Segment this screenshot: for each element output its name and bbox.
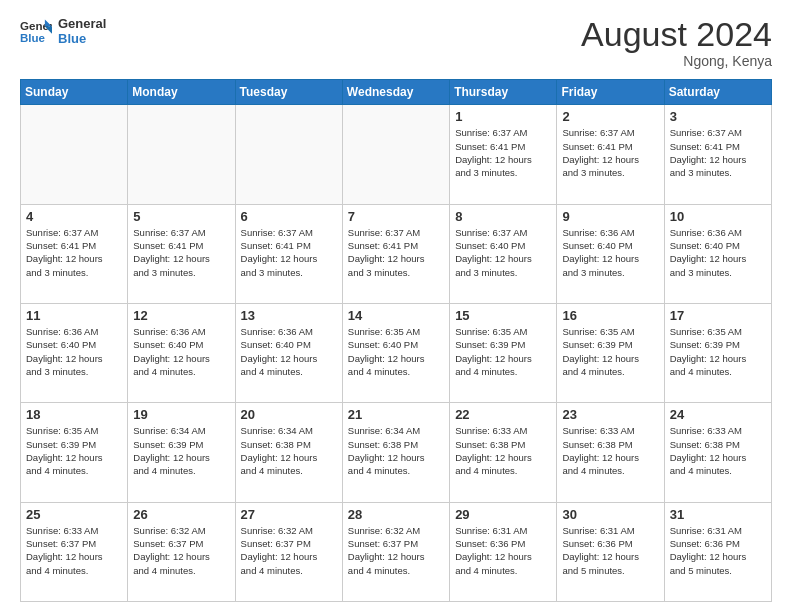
day-cell: 30Sunrise: 6:31 AM Sunset: 6:36 PM Dayli…: [557, 502, 664, 601]
day-cell: 4Sunrise: 6:37 AM Sunset: 6:41 PM Daylig…: [21, 204, 128, 303]
day-cell: [235, 105, 342, 204]
logo-icon: General Blue: [20, 17, 52, 45]
day-info: Sunrise: 6:35 AM Sunset: 6:39 PM Dayligh…: [562, 325, 658, 378]
day-number: 24: [670, 407, 766, 422]
day-info: Sunrise: 6:37 AM Sunset: 6:41 PM Dayligh…: [455, 126, 551, 179]
day-number: 5: [133, 209, 229, 224]
day-number: 22: [455, 407, 551, 422]
day-cell: 2Sunrise: 6:37 AM Sunset: 6:41 PM Daylig…: [557, 105, 664, 204]
col-header-monday: Monday: [128, 80, 235, 105]
day-info: Sunrise: 6:37 AM Sunset: 6:41 PM Dayligh…: [670, 126, 766, 179]
col-header-wednesday: Wednesday: [342, 80, 449, 105]
calendar-table: SundayMondayTuesdayWednesdayThursdayFrid…: [20, 79, 772, 602]
day-info: Sunrise: 6:33 AM Sunset: 6:37 PM Dayligh…: [26, 524, 122, 577]
logo-blue: Blue: [58, 31, 106, 46]
day-cell: [342, 105, 449, 204]
day-info: Sunrise: 6:37 AM Sunset: 6:41 PM Dayligh…: [562, 126, 658, 179]
day-cell: [128, 105, 235, 204]
day-number: 27: [241, 507, 337, 522]
day-info: Sunrise: 6:31 AM Sunset: 6:36 PM Dayligh…: [562, 524, 658, 577]
day-cell: 7Sunrise: 6:37 AM Sunset: 6:41 PM Daylig…: [342, 204, 449, 303]
col-header-friday: Friday: [557, 80, 664, 105]
day-info: Sunrise: 6:37 AM Sunset: 6:40 PM Dayligh…: [455, 226, 551, 279]
day-cell: 13Sunrise: 6:36 AM Sunset: 6:40 PM Dayli…: [235, 304, 342, 403]
day-cell: 20Sunrise: 6:34 AM Sunset: 6:38 PM Dayli…: [235, 403, 342, 502]
day-info: Sunrise: 6:36 AM Sunset: 6:40 PM Dayligh…: [670, 226, 766, 279]
day-number: 25: [26, 507, 122, 522]
header: General Blue General Blue August 2024 Ng…: [20, 16, 772, 69]
day-number: 3: [670, 109, 766, 124]
day-info: Sunrise: 6:31 AM Sunset: 6:36 PM Dayligh…: [455, 524, 551, 577]
day-info: Sunrise: 6:35 AM Sunset: 6:40 PM Dayligh…: [348, 325, 444, 378]
day-cell: 15Sunrise: 6:35 AM Sunset: 6:39 PM Dayli…: [450, 304, 557, 403]
day-info: Sunrise: 6:32 AM Sunset: 6:37 PM Dayligh…: [348, 524, 444, 577]
day-number: 12: [133, 308, 229, 323]
logo-general: General: [58, 16, 106, 31]
day-cell: 17Sunrise: 6:35 AM Sunset: 6:39 PM Dayli…: [664, 304, 771, 403]
col-header-thursday: Thursday: [450, 80, 557, 105]
week-row-3: 11Sunrise: 6:36 AM Sunset: 6:40 PM Dayli…: [21, 304, 772, 403]
week-row-1: 1Sunrise: 6:37 AM Sunset: 6:41 PM Daylig…: [21, 105, 772, 204]
day-number: 4: [26, 209, 122, 224]
day-info: Sunrise: 6:33 AM Sunset: 6:38 PM Dayligh…: [455, 424, 551, 477]
title-block: August 2024 Ngong, Kenya: [581, 16, 772, 69]
day-number: 30: [562, 507, 658, 522]
day-cell: 12Sunrise: 6:36 AM Sunset: 6:40 PM Dayli…: [128, 304, 235, 403]
day-info: Sunrise: 6:37 AM Sunset: 6:41 PM Dayligh…: [26, 226, 122, 279]
col-header-tuesday: Tuesday: [235, 80, 342, 105]
day-info: Sunrise: 6:35 AM Sunset: 6:39 PM Dayligh…: [455, 325, 551, 378]
day-cell: [21, 105, 128, 204]
col-header-saturday: Saturday: [664, 80, 771, 105]
day-number: 31: [670, 507, 766, 522]
day-cell: 6Sunrise: 6:37 AM Sunset: 6:41 PM Daylig…: [235, 204, 342, 303]
day-cell: 21Sunrise: 6:34 AM Sunset: 6:38 PM Dayli…: [342, 403, 449, 502]
day-number: 9: [562, 209, 658, 224]
day-cell: 1Sunrise: 6:37 AM Sunset: 6:41 PM Daylig…: [450, 105, 557, 204]
month-title: August 2024: [581, 16, 772, 53]
day-cell: 3Sunrise: 6:37 AM Sunset: 6:41 PM Daylig…: [664, 105, 771, 204]
day-info: Sunrise: 6:36 AM Sunset: 6:40 PM Dayligh…: [241, 325, 337, 378]
day-cell: 27Sunrise: 6:32 AM Sunset: 6:37 PM Dayli…: [235, 502, 342, 601]
day-info: Sunrise: 6:37 AM Sunset: 6:41 PM Dayligh…: [241, 226, 337, 279]
day-cell: 22Sunrise: 6:33 AM Sunset: 6:38 PM Dayli…: [450, 403, 557, 502]
day-number: 18: [26, 407, 122, 422]
day-info: Sunrise: 6:32 AM Sunset: 6:37 PM Dayligh…: [241, 524, 337, 577]
day-info: Sunrise: 6:36 AM Sunset: 6:40 PM Dayligh…: [562, 226, 658, 279]
day-number: 23: [562, 407, 658, 422]
day-cell: 29Sunrise: 6:31 AM Sunset: 6:36 PM Dayli…: [450, 502, 557, 601]
day-cell: 26Sunrise: 6:32 AM Sunset: 6:37 PM Dayli…: [128, 502, 235, 601]
day-number: 16: [562, 308, 658, 323]
day-number: 28: [348, 507, 444, 522]
day-cell: 23Sunrise: 6:33 AM Sunset: 6:38 PM Dayli…: [557, 403, 664, 502]
day-info: Sunrise: 6:37 AM Sunset: 6:41 PM Dayligh…: [348, 226, 444, 279]
day-cell: 28Sunrise: 6:32 AM Sunset: 6:37 PM Dayli…: [342, 502, 449, 601]
day-number: 20: [241, 407, 337, 422]
day-number: 1: [455, 109, 551, 124]
week-row-2: 4Sunrise: 6:37 AM Sunset: 6:41 PM Daylig…: [21, 204, 772, 303]
day-info: Sunrise: 6:35 AM Sunset: 6:39 PM Dayligh…: [670, 325, 766, 378]
day-number: 11: [26, 308, 122, 323]
day-cell: 24Sunrise: 6:33 AM Sunset: 6:38 PM Dayli…: [664, 403, 771, 502]
day-info: Sunrise: 6:36 AM Sunset: 6:40 PM Dayligh…: [133, 325, 229, 378]
day-info: Sunrise: 6:31 AM Sunset: 6:36 PM Dayligh…: [670, 524, 766, 577]
day-cell: 14Sunrise: 6:35 AM Sunset: 6:40 PM Dayli…: [342, 304, 449, 403]
day-cell: 19Sunrise: 6:34 AM Sunset: 6:39 PM Dayli…: [128, 403, 235, 502]
day-info: Sunrise: 6:37 AM Sunset: 6:41 PM Dayligh…: [133, 226, 229, 279]
day-number: 26: [133, 507, 229, 522]
location: Ngong, Kenya: [581, 53, 772, 69]
col-header-sunday: Sunday: [21, 80, 128, 105]
day-number: 13: [241, 308, 337, 323]
day-info: Sunrise: 6:35 AM Sunset: 6:39 PM Dayligh…: [26, 424, 122, 477]
day-cell: 8Sunrise: 6:37 AM Sunset: 6:40 PM Daylig…: [450, 204, 557, 303]
day-info: Sunrise: 6:34 AM Sunset: 6:38 PM Dayligh…: [348, 424, 444, 477]
day-cell: 18Sunrise: 6:35 AM Sunset: 6:39 PM Dayli…: [21, 403, 128, 502]
day-cell: 11Sunrise: 6:36 AM Sunset: 6:40 PM Dayli…: [21, 304, 128, 403]
day-number: 19: [133, 407, 229, 422]
day-number: 8: [455, 209, 551, 224]
svg-text:Blue: Blue: [20, 32, 46, 44]
day-cell: 5Sunrise: 6:37 AM Sunset: 6:41 PM Daylig…: [128, 204, 235, 303]
week-row-5: 25Sunrise: 6:33 AM Sunset: 6:37 PM Dayli…: [21, 502, 772, 601]
logo: General Blue General Blue: [20, 16, 106, 46]
day-number: 15: [455, 308, 551, 323]
day-number: 7: [348, 209, 444, 224]
